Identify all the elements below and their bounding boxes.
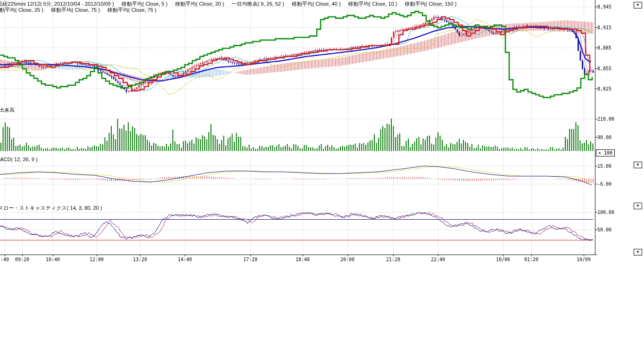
scroll-down-button[interactable]: ▼ [634,249,642,255]
scroll-down-button[interactable]: ▼ [634,2,642,8]
chevron-down-icon: ▼ [636,3,640,7]
scroll-down-button[interactable]: ▼ [634,203,642,209]
chart-canvas[interactable] [0,0,644,264]
chevron-down-icon: ▼ [636,163,640,167]
chart-window: 日経225mini 12/12( 5分, 2012/10/04 - 2012/1… [0,0,644,362]
volume-unit-badge: × 100 [596,149,615,156]
scroll-down-button[interactable]: ▼ [634,162,642,168]
chevron-down-icon: ▼ [636,204,640,208]
chevron-down-icon: ▼ [636,250,640,254]
